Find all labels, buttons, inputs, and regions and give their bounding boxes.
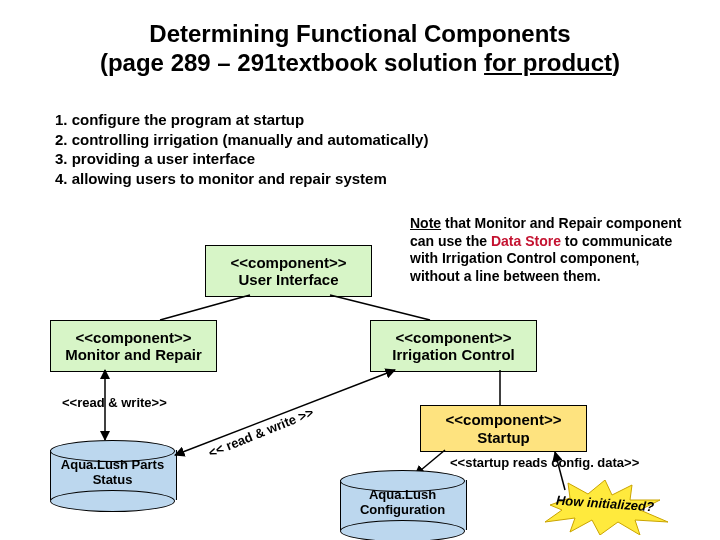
datastore-configuration: Aqua.Lush Configuration — [340, 470, 465, 540]
title-line-1: Determining Functional Components — [149, 20, 570, 47]
component-startup: <<component>> Startup — [420, 405, 587, 452]
label-read-write-1: <<read & write>> — [62, 395, 167, 410]
stereotype-label: <<component>> — [446, 411, 562, 428]
component-label: Startup — [477, 429, 530, 446]
svg-line-4 — [175, 370, 395, 455]
component-irrigation-control: <<component>> Irrigation Control — [370, 320, 537, 372]
component-label: Monitor and Repair — [65, 346, 202, 363]
datastore-parts-status: Aqua.Lush Parts Status — [50, 440, 175, 510]
note-text: Note that Monitor and Repair component c… — [410, 215, 685, 285]
datastore-label-line: Configuration — [360, 502, 445, 517]
svg-line-2 — [330, 295, 430, 320]
component-label: Irrigation Control — [392, 346, 515, 363]
datastore-label-line: Aqua.Lush — [369, 487, 436, 502]
stereotype-label: <<component>> — [396, 329, 512, 346]
note-underlined: Note — [410, 215, 441, 231]
component-label: User Interface — [238, 271, 338, 288]
list-item: 4. allowing users to monitor and repair … — [55, 169, 428, 189]
title-underlined: for product — [484, 49, 612, 76]
list-item: 1. configure the program at startup — [55, 110, 428, 130]
svg-line-1 — [160, 295, 250, 320]
datastore-label-line: Status — [93, 472, 133, 487]
stereotype-label: <<component>> — [76, 329, 192, 346]
stereotype-label: <<component>> — [231, 254, 347, 271]
title-line-2c: ) — [612, 49, 620, 76]
title-line-2a: (page 289 – 291textbook solution — [100, 49, 484, 76]
page-title: Determining Functional Components (page … — [0, 20, 720, 78]
datastore-label-line: Aqua.Lush Parts — [61, 457, 164, 472]
numbered-list: 1. configure the program at startup 2. c… — [55, 110, 428, 188]
component-monitor-repair: <<component>> Monitor and Repair — [50, 320, 217, 372]
list-item: 3. providing a user interface — [55, 149, 428, 169]
component-user-interface: <<component>> User Interface — [205, 245, 372, 297]
label-startup-reads: <<startup reads config. data>> — [450, 455, 639, 470]
list-item: 2. controlling irrigation (manually and … — [55, 130, 428, 150]
note-datastore: Data Store — [491, 233, 561, 249]
callout-star: How initialized? — [540, 480, 670, 530]
diagram-stage: Determining Functional Components (page … — [0, 0, 720, 540]
label-read-write-2: << read & write >> — [206, 405, 315, 461]
